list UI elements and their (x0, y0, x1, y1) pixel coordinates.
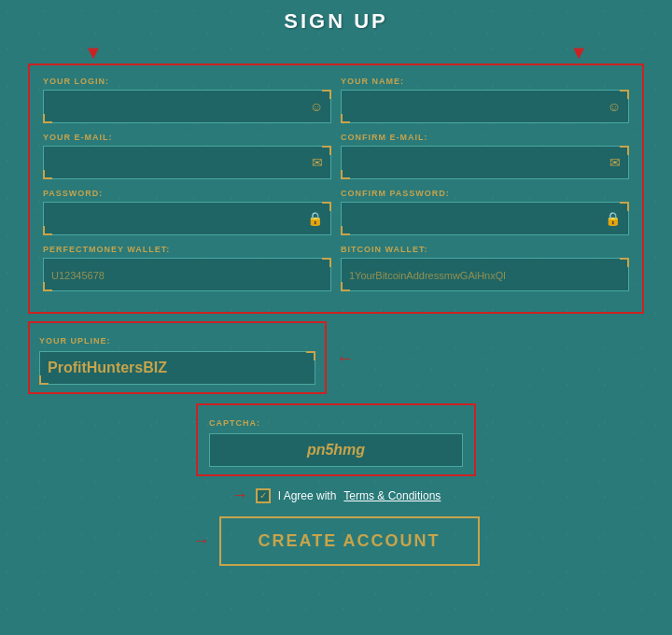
password-label: PASSWORD: (43, 189, 331, 198)
login-input[interactable] (44, 91, 330, 122)
perfectmoney-label: PERFECTMONEY WALLET: (43, 245, 331, 254)
captcha-section: CAPTCHA: (28, 403, 644, 476)
main-form-box: YOUR LOGIN: ☺ YOUR NAME: ☺ YOUR E-MAIL: … (28, 64, 644, 314)
top-right-arrow: ▼ (569, 43, 588, 62)
bitcoin-input[interactable] (342, 259, 628, 290)
email-input[interactable] (44, 147, 330, 178)
terms-checkbox[interactable]: ✓ (256, 488, 271, 503)
captcha-input[interactable] (210, 434, 462, 466)
row-email: YOUR E-MAIL: ✉ CONFIRM E-MAIL: ✉ (43, 133, 629, 179)
login-label: YOUR LOGIN: (43, 77, 331, 86)
email-group: YOUR E-MAIL: ✉ (43, 133, 331, 179)
confirm-email-input-wrapper: ✉ (341, 146, 629, 179)
confirm-password-input-wrapper: 🔒 (341, 202, 629, 235)
login-group: YOUR LOGIN: ☺ (43, 77, 331, 123)
name-input-wrapper: ☺ (341, 90, 629, 123)
row-wallets: PERFECTMONEY WALLET: BITCOIN WALLET: (43, 245, 629, 291)
name-input[interactable] (342, 91, 628, 122)
perfectmoney-group: PERFECTMONEY WALLET: (43, 245, 331, 291)
terms-arrow: → (231, 486, 248, 505)
email-input-wrapper: ✉ (43, 146, 331, 179)
login-input-wrapper: ☺ (43, 90, 331, 123)
captcha-box: CAPTCHA: (196, 403, 476, 476)
top-left-arrow: ▼ (84, 43, 103, 62)
confirm-email-group: CONFIRM E-MAIL: ✉ (341, 133, 629, 179)
password-group: PASSWORD: 🔒 (43, 189, 331, 235)
name-group: YOUR NAME: ☺ (341, 77, 629, 123)
upline-box: YOUR UPLINE: (28, 321, 327, 394)
upline-section: YOUR UPLINE: ← (28, 321, 644, 394)
terms-text: I Agree with (278, 489, 337, 502)
create-arrow: → (193, 531, 210, 551)
name-label: YOUR NAME: (341, 77, 629, 86)
email-label: YOUR E-MAIL: (43, 133, 331, 142)
upline-input[interactable] (40, 352, 315, 384)
perfectmoney-input-wrapper (43, 258, 331, 291)
password-input-wrapper: 🔒 (43, 202, 331, 235)
confirm-password-input[interactable] (342, 203, 628, 234)
perfectmoney-input[interactable] (44, 259, 330, 290)
upline-input-wrapper (39, 351, 315, 385)
captcha-input-wrapper (209, 433, 463, 467)
page-title: SIGN UP (284, 9, 387, 34)
captcha-label: CAPTCHA: (209, 418, 260, 428)
bitcoin-group: BITCOIN WALLET: (341, 245, 629, 291)
row-login-name: YOUR LOGIN: ☺ YOUR NAME: ☺ (43, 77, 629, 123)
password-input[interactable] (44, 203, 330, 234)
terms-link[interactable]: Terms & Conditions (343, 489, 441, 502)
top-arrows: ▼ ▼ (28, 43, 644, 62)
create-account-button[interactable]: CREATE ACCOUNT (219, 516, 480, 566)
create-btn-wrapper: → CREATE ACCOUNT (193, 516, 480, 566)
terms-row: → ✓ I Agree with Terms & Conditions (231, 486, 441, 505)
confirm-password-group: CONFIRM PASSWORD: 🔒 (341, 189, 629, 235)
row-password: PASSWORD: 🔒 CONFIRM PASSWORD: 🔒 (43, 189, 629, 235)
bitcoin-label: BITCOIN WALLET: (341, 245, 629, 254)
upline-arrow: ← (336, 347, 355, 369)
bitcoin-input-wrapper (341, 258, 629, 291)
confirm-password-label: CONFIRM PASSWORD: (341, 189, 629, 198)
confirm-email-label: CONFIRM E-MAIL: (341, 133, 629, 142)
upline-label: YOUR UPLINE: (39, 336, 111, 346)
confirm-email-input[interactable] (342, 147, 628, 178)
